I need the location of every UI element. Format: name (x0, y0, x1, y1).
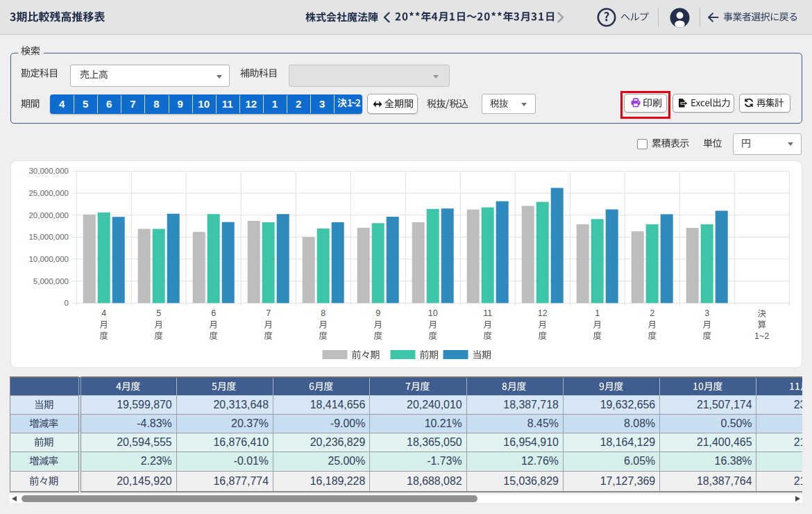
svg-text:0: 0 (64, 299, 68, 307)
svg-text:25,000,000: 25,000,000 (28, 188, 69, 197)
svg-text:11: 11 (483, 308, 492, 317)
svg-text:9: 9 (375, 308, 380, 317)
svg-text:5,000,000: 5,000,000 (33, 276, 68, 285)
svg-text:15,000,000: 15,000,000 (28, 233, 69, 241)
svg-text:20,000,000: 20,000,000 (28, 210, 69, 219)
svg-text:12: 12 (537, 308, 547, 317)
svg-text:4: 4 (101, 308, 106, 317)
svg-text:3: 3 (704, 308, 709, 317)
svg-text:2: 2 (650, 308, 654, 317)
svg-text:1~2: 1~2 (754, 331, 769, 340)
svg-text:5: 5 (156, 308, 161, 317)
svg-text:6: 6 (211, 308, 216, 317)
svg-text:1: 1 (595, 308, 600, 317)
svg-text:10: 10 (428, 308, 437, 317)
svg-text:7: 7 (266, 308, 271, 317)
svg-text:10,000,000: 10,000,000 (28, 254, 69, 263)
svg-text:8: 8 (321, 308, 325, 317)
svg-text:30,000,000: 30,000,000 (28, 167, 69, 175)
